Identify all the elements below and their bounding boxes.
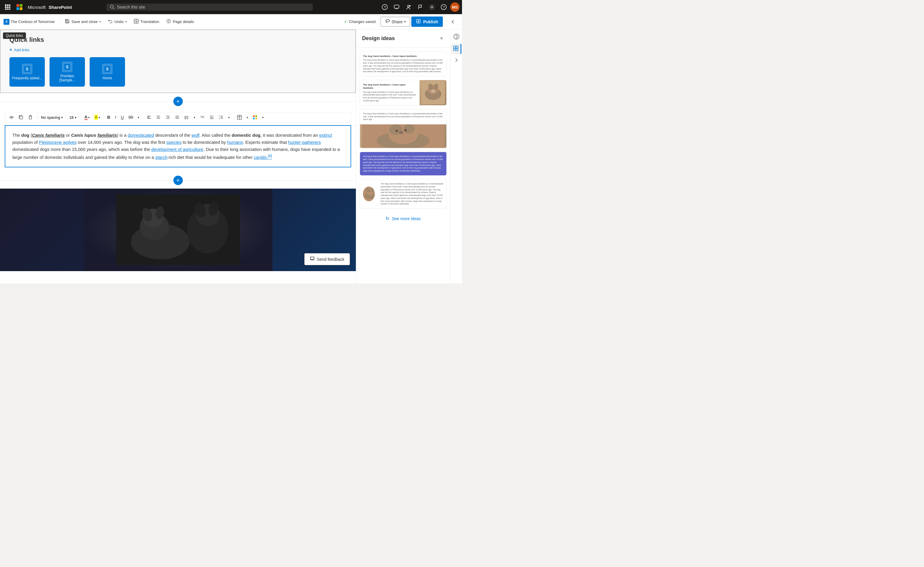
svg-point-9	[110, 5, 114, 8]
design-card-2-image	[419, 80, 446, 105]
quick-links-section[interactable]: Quick links Quick links + Add links S Fr…	[0, 30, 356, 93]
chat-icon[interactable]	[391, 2, 402, 12]
save-close-label: Save and close	[71, 20, 98, 24]
add-section-button-1[interactable]: +	[173, 97, 183, 106]
link-canids[interactable]: canids.[4]	[254, 155, 272, 160]
share-label: Share	[392, 20, 403, 24]
link-hunter-gatherers[interactable]: hunter-gatherers	[288, 140, 321, 145]
indent-button[interactable]	[207, 114, 216, 121]
flag-icon[interactable]	[415, 2, 425, 12]
spacing-chevron-icon[interactable]: ▾	[227, 115, 231, 120]
svg-point-69	[253, 115, 255, 117]
avatar[interactable]: MS	[450, 2, 460, 12]
close-design-panel-button[interactable]: ×	[439, 34, 444, 43]
text-bold-italic-canis2: Canis lupus familiaris	[71, 133, 117, 138]
edge-settings-button[interactable]	[452, 56, 461, 66]
svg-rect-37	[29, 116, 32, 119]
send-feedback-button[interactable]: Send feedback	[304, 253, 350, 265]
edge-design-button[interactable]	[451, 44, 461, 54]
align-left-button[interactable]	[145, 114, 153, 121]
highlight-chevron-icon: ▾	[98, 116, 100, 119]
design-card-3[interactable]: The dog (Canis familiaris or Canis lupus…	[360, 109, 447, 148]
add-links-button[interactable]: + Add links	[9, 47, 346, 52]
add-section-button-2[interactable]: +	[173, 176, 183, 185]
link-extinct[interactable]: extinct	[319, 133, 332, 138]
underline-button[interactable]: U	[119, 114, 126, 121]
people-icon[interactable]	[403, 2, 414, 12]
line-spacing-button[interactable]	[217, 114, 225, 121]
color-chevron-icon[interactable]: ▾	[260, 115, 265, 120]
svg-rect-13	[394, 5, 399, 8]
section-line-right	[183, 101, 356, 102]
justify-button[interactable]	[173, 114, 181, 121]
highlight-button[interactable]: A ▾	[93, 114, 102, 121]
style-chevron-icon: ▾	[61, 116, 63, 119]
color-picker-button[interactable]	[251, 114, 259, 121]
link-card-3[interactable]: S Home	[90, 57, 125, 87]
align-center-button[interactable]	[154, 114, 162, 121]
design-card-5[interactable]: The dog (Canis familiaris or Canis lupus…	[360, 179, 447, 208]
design-card-4[interactable]: The dog (Canis familiaris or Canis lupus…	[360, 152, 447, 176]
search-input[interactable]	[117, 5, 309, 9]
edge-help-button[interactable]	[452, 32, 461, 42]
table-chevron-icon[interactable]: ▾	[245, 115, 250, 120]
bullet-chevron-icon[interactable]: ▾	[192, 115, 197, 120]
svg-rect-3	[5, 6, 6, 8]
superscript-chevron-icon[interactable]: ▾	[136, 115, 141, 120]
link-species[interactable]: species	[167, 140, 182, 145]
design-card-3-image	[360, 124, 446, 148]
style-label: No spacing	[41, 115, 60, 120]
link-development[interactable]: development of agriculture	[151, 147, 203, 152]
main-area: Quick links Quick links + Add links S Fr…	[0, 30, 462, 284]
numbered-list-button[interactable]: 1.2.	[198, 114, 206, 121]
text-content-area[interactable]: The dog (Canis familiaris or Canis lupus…	[5, 125, 351, 167]
svg-point-16	[431, 6, 433, 8]
undo-button[interactable]: Undo ▾	[105, 17, 130, 26]
bullet-list-button[interactable]	[182, 114, 191, 121]
link-humans[interactable]: humans	[227, 140, 243, 145]
waffle-icon[interactable]	[2, 2, 13, 12]
top-navigation: Microsoft SharePoint ? ? MS	[0, 0, 462, 14]
link-starch[interactable]: starch	[155, 155, 167, 160]
delete-icon[interactable]	[26, 114, 35, 121]
duplicate-icon[interactable]	[17, 114, 25, 121]
link-domesticated[interactable]: domesticated	[128, 133, 154, 138]
svg-rect-113	[454, 46, 455, 48]
link-wolf[interactable]: wolf	[192, 133, 200, 138]
section-line-left	[0, 101, 173, 102]
font-color-button[interactable]: A ▾	[83, 114, 92, 121]
link-card-1[interactable]: S Frequently asked...	[9, 57, 45, 87]
link-card-2[interactable]: S Priorities [Sample...	[50, 57, 85, 87]
style-dropdown[interactable]: No spacing ▾	[38, 114, 65, 121]
strikethrough-button[interactable]: 99	[127, 114, 135, 121]
link-pleistocene[interactable]: Pleistocene wolves	[39, 140, 77, 145]
share-button[interactable]: Share ▾	[381, 17, 410, 27]
svg-point-97	[431, 89, 436, 93]
collapse-panel-button[interactable]	[448, 16, 458, 27]
page-details-button[interactable]: Page details	[163, 17, 197, 26]
bold-button[interactable]: B	[105, 114, 112, 121]
design-card-2[interactable]: The dog Canis familiaris • Canis lupus f…	[360, 80, 447, 105]
add-section-row-2: +	[0, 172, 356, 189]
design-card-1[interactable]: The dog Canis familiaris • Canis lupus f…	[360, 51, 447, 76]
help-icon[interactable]: ?	[379, 2, 390, 12]
dog-large-thumbnail	[360, 124, 446, 148]
refresh-icon: ↻	[386, 216, 389, 221]
align-right-button[interactable]	[164, 114, 172, 121]
save-close-button[interactable]: Save and close ▾	[62, 17, 104, 26]
publish-button[interactable]: Publish	[411, 16, 443, 27]
question-icon[interactable]: ?	[439, 2, 449, 12]
size-dropdown[interactable]: 18 ▾	[67, 114, 79, 121]
feedback-icon	[310, 256, 315, 262]
settings-icon[interactable]	[427, 2, 437, 12]
svg-text:?: ?	[384, 5, 386, 9]
see-more-ideas-button[interactable]: ↻ See more ideas	[360, 212, 447, 225]
undo-chevron-icon: ▾	[125, 20, 127, 23]
search-bar[interactable]	[107, 3, 313, 10]
move-icon[interactable]	[8, 114, 16, 121]
section-line-2-right	[183, 180, 356, 181]
italic-button[interactable]: I	[113, 114, 118, 121]
translation-button[interactable]: Translation	[131, 17, 162, 26]
table-button[interactable]	[235, 114, 243, 121]
save-chevron-icon: ▾	[99, 20, 101, 23]
